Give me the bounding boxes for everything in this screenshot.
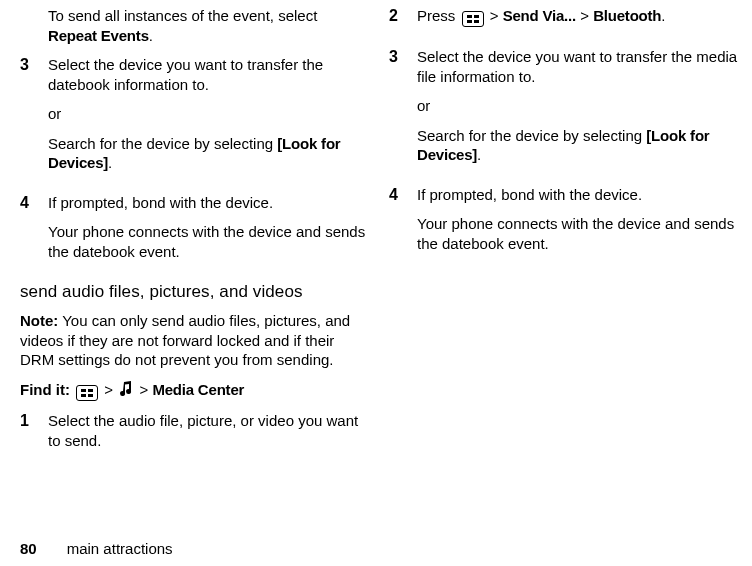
separator: >: [486, 7, 503, 24]
text: .: [477, 146, 481, 163]
step-3: 3 Select the device you want to transfer…: [389, 47, 738, 175]
text: .: [108, 154, 112, 171]
text: To send all instances of the event, sele…: [48, 7, 317, 24]
step-result: Your phone connects with the device and …: [48, 222, 369, 261]
text: .: [149, 27, 153, 44]
text: Press: [417, 7, 460, 24]
separator: >: [139, 381, 152, 398]
step-text: Select the audio file, picture, or video…: [48, 411, 369, 450]
text: Search for the device by selecting: [417, 127, 646, 144]
text: Search for the device by selecting: [48, 135, 277, 152]
step-result: Your phone connects with the device and …: [417, 214, 738, 253]
text: .: [661, 7, 665, 24]
section-name: main attractions: [67, 539, 173, 559]
step-4: 4 If prompted, bond with the device. You…: [20, 193, 369, 272]
page-number: 80: [20, 539, 37, 559]
step-or: or: [48, 104, 369, 124]
step-text: Select the device you want to transfer t…: [48, 55, 369, 94]
step-number: 4: [389, 185, 405, 264]
section-heading: send audio files, pictures, and videos: [20, 281, 369, 303]
find-it-label: Find it:: [20, 381, 70, 398]
svg-rect-5: [474, 15, 479, 18]
page-footer: 80 main attractions: [20, 535, 738, 559]
step-1: 1 Select the audio file, picture, or vid…: [20, 411, 369, 460]
step-number: 2: [389, 6, 405, 37]
svg-rect-2: [81, 394, 86, 397]
step-4: 4 If prompted, bond with the device. You…: [389, 185, 738, 264]
step-text: If prompted, bond with the device.: [48, 193, 369, 213]
separator: >: [104, 381, 117, 398]
find-it-destination: Media Center: [152, 381, 244, 398]
step-number: 4: [20, 193, 36, 272]
text-bold: Bluetooth: [593, 7, 661, 24]
menu-key-icon: [462, 11, 484, 27]
step-text: Select the device you want to transfer t…: [417, 47, 738, 86]
note-paragraph: Note: You can only send audio files, pic…: [20, 311, 369, 370]
note-body: You can only send audio files, pictures,…: [20, 312, 350, 368]
svg-rect-6: [467, 20, 472, 23]
text-bold: Repeat Events: [48, 27, 149, 44]
find-it-line: Find it: > > Media Center: [20, 380, 369, 402]
step-or: or: [417, 96, 738, 116]
continuation-text: To send all instances of the event, sele…: [48, 6, 369, 45]
step-number: 1: [20, 411, 36, 460]
step-2: 2 Press > Send Via... > Bluetooth.: [389, 6, 738, 37]
svg-rect-4: [467, 15, 472, 18]
text-bold: Send Via...: [503, 7, 576, 24]
svg-rect-3: [88, 394, 93, 397]
svg-rect-7: [474, 20, 479, 23]
note-label: Note:: [20, 312, 58, 329]
step-3: 3 Select the device you want to transfer…: [20, 55, 369, 183]
svg-rect-1: [88, 389, 93, 392]
media-icon: [119, 381, 133, 402]
step-text: If prompted, bond with the device.: [417, 185, 738, 205]
separator: >: [576, 7, 593, 24]
step-number: 3: [389, 47, 405, 175]
step-number: 3: [20, 55, 36, 183]
svg-rect-0: [81, 389, 86, 392]
menu-key-icon: [76, 385, 98, 401]
